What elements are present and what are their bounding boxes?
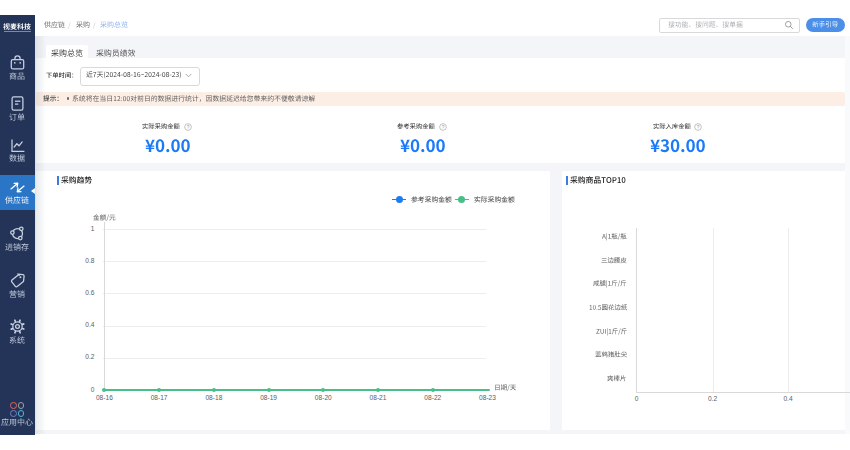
svg-text:?: ? — [442, 125, 445, 130]
svg-text:?: ? — [187, 125, 190, 130]
svg-text:?: ? — [697, 125, 700, 130]
